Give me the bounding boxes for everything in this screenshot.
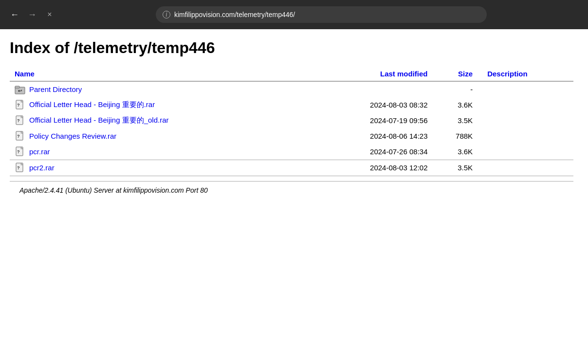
table-row: ? Policy Changes Review.rar 2024-08-06 1… (10, 128, 573, 144)
back-button[interactable]: ← (8, 8, 21, 21)
svg-text:?: ? (17, 118, 20, 123)
parent-dir-desc (478, 82, 573, 97)
file-link-3[interactable]: pcr.rar (29, 147, 50, 156)
forward-button[interactable]: → (25, 8, 39, 21)
file-icon-0: ? (15, 100, 25, 110)
file-modified-2: 2024-08-06 14:23 (320, 128, 433, 144)
desc-sort-link[interactable]: Description (487, 70, 528, 78)
col-size-header: Size (433, 67, 478, 81)
parent-dir-icon: ↩ (15, 84, 25, 95)
file-icon-3: ? (15, 146, 25, 157)
name-sort-link[interactable]: Name (15, 70, 35, 78)
file-link-2[interactable]: Policy Changes Review.rar (29, 132, 116, 140)
svg-text:?: ? (17, 134, 20, 139)
file-size-1: 3.5K (433, 113, 478, 128)
server-footer: Apache/2.4.41 (Ubuntu) Server at kimfili… (10, 181, 573, 199)
file-size-3: 3.6K (433, 144, 478, 160)
file-icon-4: ? (15, 163, 25, 173)
file-link-1[interactable]: Official Letter Head - Beijing 重要的_old.r… (29, 116, 169, 125)
table-row-parent: ↩ Parent Directory - (10, 82, 573, 97)
file-name-cell-2: ? Policy Changes Review.rar (10, 128, 320, 144)
col-modified-header: Last modified (320, 67, 433, 81)
file-size-2: 788K (433, 128, 478, 144)
modified-sort-link[interactable]: Last modified (380, 70, 428, 78)
browser-chrome: ← → × i kimfilippovision.com/telemetry/t… (0, 0, 588, 29)
col-name-header: Name (10, 67, 320, 81)
close-button[interactable]: × (43, 8, 56, 21)
parent-dir-link[interactable]: Parent Directory (29, 85, 82, 93)
parent-dir-size: - (433, 82, 478, 97)
file-modified-1: 2024-07-19 09:56 (320, 113, 433, 128)
table-row: ? Official Letter Head - Beijing 重要的_old… (10, 113, 573, 128)
svg-text:↩: ↩ (18, 88, 22, 93)
file-desc-1 (478, 113, 573, 128)
table-header-row: Name Last modified Size Description (10, 67, 573, 81)
page-title: Index of /telemetry/temp446 (10, 39, 573, 57)
file-icon-1: ? (15, 115, 25, 126)
footer-separator (10, 176, 573, 176)
directory-table: Name Last modified Size Description (10, 67, 573, 176)
file-desc-4 (478, 160, 573, 176)
file-size-4: 3.5K (433, 160, 478, 176)
table-row: ? Official Letter Head - Beijing 重要的.rar… (10, 97, 573, 113)
svg-text:?: ? (17, 149, 20, 154)
file-desc-0 (478, 97, 573, 113)
file-modified-3: 2024-07-26 08:34 (320, 144, 433, 160)
svg-text:?: ? (17, 165, 20, 170)
file-link-4[interactable]: pcr2.rar (29, 164, 55, 172)
file-name-cell-1: ? Official Letter Head - Beijing 重要的_old… (10, 113, 320, 128)
table-row: ? pcr2.rar 2024-08-03 12:02 3.5K (10, 160, 573, 176)
file-name-cell-3: ? pcr.rar (10, 144, 320, 160)
file-modified-0: 2024-08-03 08:32 (320, 97, 433, 113)
url-text: kimfilippovision.com/telemetry/temp446/ (174, 11, 295, 18)
address-bar[interactable]: i kimfilippovision.com/telemetry/temp446… (156, 6, 487, 23)
table-row: ? pcr.rar 2024-07-26 08:34 3.6K (10, 144, 573, 160)
file-size-0: 3.6K (433, 97, 478, 113)
parent-dir-modified (320, 82, 433, 97)
info-icon: i (163, 11, 170, 18)
file-link-0[interactable]: Official Letter Head - Beijing 重要的.rar (29, 100, 155, 109)
file-icon-2: ? (15, 131, 25, 142)
page-content: Index of /telemetry/temp446 Name Last mo… (0, 29, 588, 209)
svg-text:?: ? (17, 103, 20, 108)
size-sort-link[interactable]: Size (458, 70, 473, 78)
file-name-cell-0: ? Official Letter Head - Beijing 重要的.rar (10, 97, 320, 113)
file-name-cell-4: ? pcr2.rar (10, 160, 320, 176)
parent-dir-cell: ↩ Parent Directory (10, 82, 320, 97)
nav-buttons: ← → × (8, 8, 56, 21)
file-desc-3 (478, 144, 573, 160)
file-desc-2 (478, 128, 573, 144)
col-desc-header: Description (478, 67, 573, 81)
file-modified-4: 2024-08-03 12:02 (320, 160, 433, 176)
